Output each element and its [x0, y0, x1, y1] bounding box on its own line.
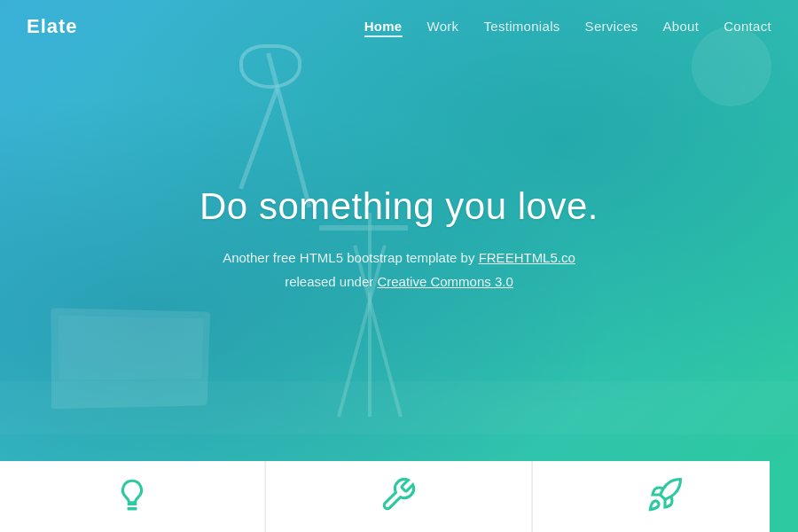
nav-link-contact[interactable]: Contact	[724, 19, 771, 34]
brand-logo[interactable]: Elate	[27, 15, 78, 38]
hero-content: Do something you love. Another free HTML…	[200, 185, 598, 293]
hero-subtitle-text1: Another free HTML5 bootstrap template by	[223, 250, 478, 265]
laptop-screen	[59, 316, 203, 380]
hero-background: Elate Home Work Testimonials Services Ab…	[0, 0, 798, 461]
rocket-icon	[646, 476, 684, 517]
nav-item-services[interactable]: Services	[585, 19, 638, 35]
card-idea[interactable]	[0, 461, 265, 532]
lightbulb-icon	[113, 476, 151, 517]
nav-links: Home Work Testimonials Services About Co…	[364, 19, 771, 35]
desk-surface	[0, 381, 798, 434]
card-launch[interactable]	[533, 461, 798, 532]
creative-commons-link[interactable]: Creative Commons 3.0	[377, 274, 512, 289]
nav-item-home[interactable]: Home	[364, 19, 403, 35]
nav-item-about[interactable]: About	[663, 19, 700, 35]
hero-section: Elate Home Work Testimonials Services Ab…	[0, 0, 798, 461]
card-tools[interactable]	[266, 461, 531, 532]
wrench-icon	[379, 476, 417, 517]
nav-item-testimonials[interactable]: Testimonials	[483, 19, 559, 35]
navbar: Elate Home Work Testimonials Services Ab…	[0, 0, 798, 53]
nav-link-home[interactable]: Home	[364, 19, 403, 37]
lamp-arm2	[239, 88, 279, 189]
cards-section	[0, 461, 798, 532]
nav-item-contact[interactable]: Contact	[724, 19, 771, 35]
nav-link-work[interactable]: Work	[427, 19, 459, 34]
nav-link-services[interactable]: Services	[585, 19, 638, 34]
nav-link-about[interactable]: About	[663, 19, 700, 34]
nav-item-work[interactable]: Work	[427, 19, 459, 35]
nav-link-testimonials[interactable]: Testimonials	[483, 19, 559, 34]
hero-title: Do something you love.	[200, 185, 598, 228]
hero-subtitle: Another free HTML5 bootstrap template by…	[200, 246, 598, 293]
teal-edge	[770, 461, 798, 532]
hero-subtitle-text2: released under	[285, 274, 377, 289]
freehtml5-link[interactable]: FREEHTML5.co	[479, 250, 575, 265]
